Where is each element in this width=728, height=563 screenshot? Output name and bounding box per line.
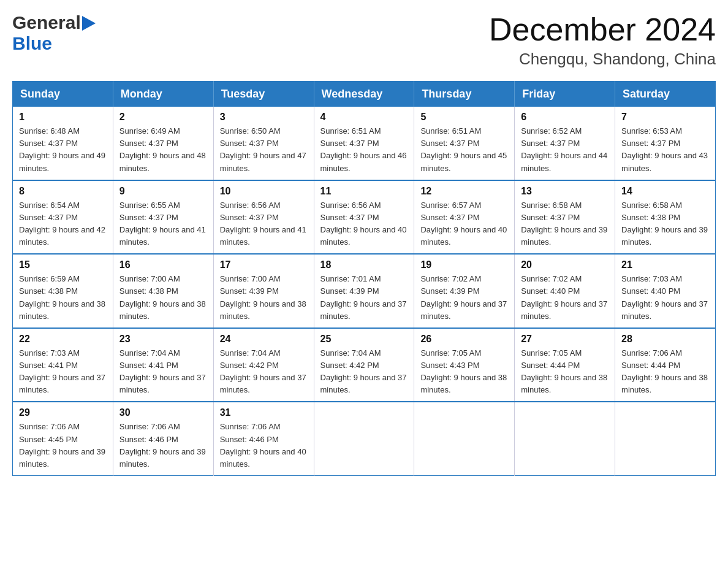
header-monday: Monday <box>113 82 213 107</box>
calendar-cell: 16Sunrise: 7:00 AMSunset: 4:38 PMDayligh… <box>113 254 213 328</box>
day-number: 9 <box>119 186 207 197</box>
calendar-cell: 31Sunrise: 7:06 AMSunset: 4:46 PMDayligh… <box>213 402 314 475</box>
calendar-cell <box>314 402 414 475</box>
day-number: 24 <box>220 334 308 345</box>
day-info: Sunrise: 7:04 AMSunset: 4:42 PMDaylight:… <box>220 347 308 397</box>
day-info: Sunrise: 6:51 AMSunset: 4:37 PMDaylight:… <box>420 125 508 175</box>
day-number: 11 <box>320 186 408 197</box>
calendar-cell: 4Sunrise: 6:51 AMSunset: 4:37 PMDaylight… <box>314 107 414 180</box>
day-number: 10 <box>220 186 308 197</box>
day-info: Sunrise: 7:06 AMSunset: 4:46 PMDaylight:… <box>220 421 308 470</box>
day-info: Sunrise: 7:00 AMSunset: 4:38 PMDaylight:… <box>119 273 207 323</box>
day-number: 5 <box>420 112 508 123</box>
day-number: 6 <box>521 112 609 123</box>
logo-general-text: General <box>12 12 81 33</box>
month-title: December 2024 <box>489 12 716 47</box>
day-number: 2 <box>119 112 207 123</box>
day-number: 19 <box>420 259 508 270</box>
day-info: Sunrise: 7:01 AMSunset: 4:39 PMDaylight:… <box>320 273 408 323</box>
header-thursday: Thursday <box>414 82 515 107</box>
day-info: Sunrise: 6:48 AMSunset: 4:37 PMDaylight:… <box>19 125 107 175</box>
calendar-cell: 29Sunrise: 7:06 AMSunset: 4:45 PMDayligh… <box>13 402 113 475</box>
calendar-table: SundayMondayTuesdayWednesdayThursdayFrid… <box>12 81 716 476</box>
calendar-cell: 25Sunrise: 7:04 AMSunset: 4:42 PMDayligh… <box>314 328 414 402</box>
calendar-cell <box>615 402 716 475</box>
calendar-cell: 28Sunrise: 7:06 AMSunset: 4:44 PMDayligh… <box>615 328 716 402</box>
day-info: Sunrise: 6:56 AMSunset: 4:37 PMDaylight:… <box>220 199 308 249</box>
day-number: 25 <box>320 334 408 345</box>
calendar-cell: 5Sunrise: 6:51 AMSunset: 4:37 PMDaylight… <box>414 107 515 180</box>
day-number: 18 <box>320 259 408 270</box>
calendar-cell: 2Sunrise: 6:49 AMSunset: 4:37 PMDaylight… <box>113 107 213 180</box>
calendar-cell: 12Sunrise: 6:57 AMSunset: 4:37 PMDayligh… <box>414 180 515 255</box>
day-info: Sunrise: 7:03 AMSunset: 4:41 PMDaylight:… <box>19 347 107 397</box>
day-number: 4 <box>320 112 408 123</box>
day-number: 27 <box>521 334 609 345</box>
day-number: 30 <box>119 407 207 418</box>
calendar-cell: 19Sunrise: 7:02 AMSunset: 4:39 PMDayligh… <box>414 254 515 328</box>
svg-marker-0 <box>82 16 96 31</box>
calendar-cell: 11Sunrise: 6:56 AMSunset: 4:37 PMDayligh… <box>314 180 414 255</box>
day-number: 17 <box>220 259 308 270</box>
calendar-cell: 3Sunrise: 6:50 AMSunset: 4:37 PMDaylight… <box>213 107 314 180</box>
day-number: 16 <box>119 259 207 270</box>
header-friday: Friday <box>515 82 615 107</box>
calendar-cell: 15Sunrise: 6:59 AMSunset: 4:38 PMDayligh… <box>13 254 113 328</box>
day-info: Sunrise: 7:02 AMSunset: 4:40 PMDaylight:… <box>521 273 609 323</box>
day-number: 14 <box>621 186 709 197</box>
day-info: Sunrise: 6:50 AMSunset: 4:37 PMDaylight:… <box>220 125 308 175</box>
calendar-week-row: 1Sunrise: 6:48 AMSunset: 4:37 PMDaylight… <box>13 107 716 180</box>
calendar-cell: 7Sunrise: 6:53 AMSunset: 4:37 PMDaylight… <box>615 107 716 180</box>
day-info: Sunrise: 7:05 AMSunset: 4:44 PMDaylight:… <box>521 347 609 397</box>
calendar-cell: 23Sunrise: 7:04 AMSunset: 4:41 PMDayligh… <box>113 328 213 402</box>
day-number: 20 <box>521 259 609 270</box>
location-title: Chengqu, Shandong, China <box>489 50 716 69</box>
calendar-cell: 30Sunrise: 7:06 AMSunset: 4:46 PMDayligh… <box>113 402 213 475</box>
day-number: 29 <box>19 407 107 418</box>
day-info: Sunrise: 6:56 AMSunset: 4:37 PMDaylight:… <box>320 199 408 249</box>
day-number: 3 <box>220 112 308 123</box>
day-info: Sunrise: 6:52 AMSunset: 4:37 PMDaylight:… <box>521 125 609 175</box>
day-number: 22 <box>19 334 107 345</box>
day-number: 8 <box>19 186 107 197</box>
calendar-cell: 1Sunrise: 6:48 AMSunset: 4:37 PMDaylight… <box>13 107 113 180</box>
calendar-cell: 24Sunrise: 7:04 AMSunset: 4:42 PMDayligh… <box>213 328 314 402</box>
day-info: Sunrise: 7:04 AMSunset: 4:42 PMDaylight:… <box>320 347 408 397</box>
calendar-cell: 27Sunrise: 7:05 AMSunset: 4:44 PMDayligh… <box>515 328 615 402</box>
day-number: 1 <box>19 112 107 123</box>
calendar-week-row: 22Sunrise: 7:03 AMSunset: 4:41 PMDayligh… <box>13 328 716 402</box>
calendar-cell <box>414 402 515 475</box>
day-number: 23 <box>119 334 207 345</box>
day-info: Sunrise: 7:06 AMSunset: 4:44 PMDaylight:… <box>621 347 709 397</box>
day-number: 7 <box>621 112 709 123</box>
day-info: Sunrise: 7:03 AMSunset: 4:40 PMDaylight:… <box>621 273 709 323</box>
day-info: Sunrise: 7:02 AMSunset: 4:39 PMDaylight:… <box>420 273 508 323</box>
day-info: Sunrise: 6:58 AMSunset: 4:38 PMDaylight:… <box>621 199 709 249</box>
day-number: 28 <box>621 334 709 345</box>
day-info: Sunrise: 7:06 AMSunset: 4:45 PMDaylight:… <box>19 421 107 470</box>
calendar-cell: 10Sunrise: 6:56 AMSunset: 4:37 PMDayligh… <box>213 180 314 255</box>
day-info: Sunrise: 6:54 AMSunset: 4:37 PMDaylight:… <box>19 199 107 249</box>
calendar-cell: 17Sunrise: 7:00 AMSunset: 4:39 PMDayligh… <box>213 254 314 328</box>
day-info: Sunrise: 6:55 AMSunset: 4:37 PMDaylight:… <box>119 199 207 249</box>
calendar-week-row: 29Sunrise: 7:06 AMSunset: 4:45 PMDayligh… <box>13 402 716 475</box>
day-info: Sunrise: 6:58 AMSunset: 4:37 PMDaylight:… <box>521 199 609 249</box>
day-info: Sunrise: 6:49 AMSunset: 4:37 PMDaylight:… <box>119 125 207 175</box>
calendar-week-row: 15Sunrise: 6:59 AMSunset: 4:38 PMDayligh… <box>13 254 716 328</box>
logo-blue-text: Blue <box>12 33 52 53</box>
calendar-cell: 21Sunrise: 7:03 AMSunset: 4:40 PMDayligh… <box>615 254 716 328</box>
calendar-cell: 26Sunrise: 7:05 AMSunset: 4:43 PMDayligh… <box>414 328 515 402</box>
day-info: Sunrise: 7:05 AMSunset: 4:43 PMDaylight:… <box>420 347 508 397</box>
calendar-header-row: SundayMondayTuesdayWednesdayThursdayFrid… <box>13 82 716 107</box>
calendar-cell: 9Sunrise: 6:55 AMSunset: 4:37 PMDaylight… <box>113 180 213 255</box>
day-info: Sunrise: 6:59 AMSunset: 4:38 PMDaylight:… <box>19 273 107 323</box>
day-info: Sunrise: 6:53 AMSunset: 4:37 PMDaylight:… <box>621 125 709 175</box>
calendar-cell: 18Sunrise: 7:01 AMSunset: 4:39 PMDayligh… <box>314 254 414 328</box>
day-number: 31 <box>220 407 308 418</box>
title-block: December 2024 Chengqu, Shandong, China <box>489 12 716 69</box>
header-saturday: Saturday <box>615 82 716 107</box>
day-info: Sunrise: 6:57 AMSunset: 4:37 PMDaylight:… <box>420 199 508 249</box>
day-number: 12 <box>420 186 508 197</box>
calendar-cell: 14Sunrise: 6:58 AMSunset: 4:38 PMDayligh… <box>615 180 716 255</box>
calendar-week-row: 8Sunrise: 6:54 AMSunset: 4:37 PMDaylight… <box>13 180 716 255</box>
